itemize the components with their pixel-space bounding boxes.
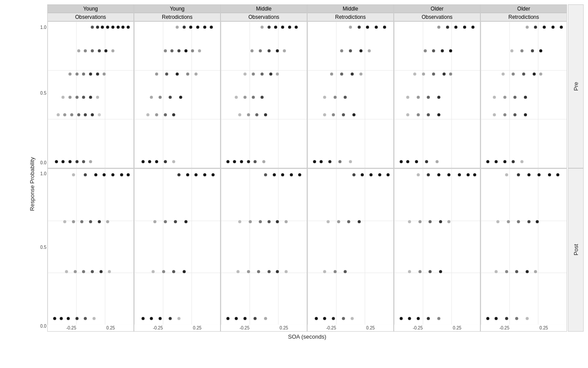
- dot: [493, 96, 496, 99]
- dot: [103, 173, 106, 176]
- dot: [254, 317, 257, 320]
- dot: [458, 173, 461, 176]
- dot: [323, 317, 326, 320]
- dot: [127, 173, 130, 176]
- dot: [543, 26, 546, 29]
- dot: [210, 26, 213, 29]
- dot: [75, 96, 78, 99]
- dot: [68, 73, 71, 76]
- dot: [264, 317, 267, 320]
- chart-container: Response Probability 1.0 0.5 0.0 Young: [0, 0, 588, 368]
- dot: [359, 73, 362, 76]
- dot: [408, 317, 411, 320]
- dot: [152, 270, 155, 273]
- dot: [171, 49, 174, 52]
- header-obs-3: Observations: [221, 13, 307, 21]
- dot: [75, 73, 78, 76]
- dot: [323, 113, 326, 117]
- dot: [267, 270, 270, 273]
- plot-older-ret-pre: [481, 21, 567, 168]
- dot: [413, 73, 416, 76]
- dot: [164, 113, 167, 117]
- dot: [91, 49, 94, 52]
- plot-young-ret-pre: [134, 21, 220, 168]
- x-tick-pos-6: 0.25: [539, 326, 548, 330]
- dot: [226, 160, 229, 163]
- dot: [98, 113, 101, 117]
- panel-young-obs-post: -0.25 0.25: [47, 168, 134, 332]
- dot: [495, 160, 498, 163]
- dot: [82, 73, 85, 76]
- dot: [182, 26, 186, 29]
- dot: [154, 220, 157, 223]
- dot: [525, 26, 528, 29]
- dot: [427, 96, 430, 99]
- dot: [274, 26, 277, 29]
- dot: [517, 220, 520, 223]
- dot: [186, 73, 189, 76]
- dot: [240, 160, 243, 163]
- dot: [68, 160, 71, 163]
- panels-row-post: 1.0 0.5 0.0: [31, 168, 584, 332]
- x-tick-neg-3: -0.25: [239, 326, 249, 330]
- dot: [89, 220, 92, 223]
- dot: [169, 96, 172, 99]
- dot: [510, 49, 513, 52]
- dot: [503, 113, 506, 117]
- dot: [84, 317, 87, 320]
- dot: [463, 26, 466, 29]
- y-tick-0.5-pre: 0.5: [40, 91, 46, 96]
- dot: [101, 26, 104, 29]
- dot: [111, 173, 114, 176]
- dot: [320, 160, 323, 163]
- x-ticks-panel-1: -0.25 0.25: [48, 325, 133, 331]
- row-post: 1.0 0.5 0.0: [31, 168, 584, 332]
- dot: [342, 113, 345, 117]
- dot: [165, 73, 168, 76]
- dot: [276, 220, 279, 223]
- x-tick-neg-4: -0.25: [326, 326, 336, 330]
- row-label-post: Post: [568, 168, 584, 332]
- dot: [179, 96, 182, 99]
- panel-middle-obs-pre: Middle Observations: [220, 4, 307, 168]
- dot: [515, 270, 518, 273]
- dot: [96, 73, 99, 76]
- dot: [243, 73, 246, 76]
- dot: [374, 26, 378, 29]
- dot: [172, 113, 175, 117]
- dot: [436, 160, 439, 163]
- row-label-pre-text: Pre: [573, 82, 579, 91]
- dot: [406, 160, 410, 163]
- dot: [98, 220, 101, 223]
- dot: [273, 173, 276, 176]
- dot: [281, 26, 284, 29]
- dot: [261, 73, 264, 76]
- dot: [455, 26, 458, 29]
- dot: [89, 73, 92, 76]
- dot: [531, 49, 534, 52]
- plot-middle-ret-post: [308, 169, 393, 325]
- dot: [247, 113, 250, 117]
- x-ticks-panel-5: -0.25 0.25: [394, 325, 480, 331]
- dot: [91, 270, 94, 273]
- dot: [150, 317, 153, 320]
- header-young-1: Young: [48, 5, 133, 13]
- dot: [284, 270, 287, 273]
- dot: [155, 73, 158, 76]
- dot: [203, 173, 206, 176]
- dot: [148, 160, 151, 163]
- dot: [162, 270, 165, 273]
- dot: [340, 73, 343, 76]
- dot: [427, 113, 430, 117]
- dot: [525, 317, 528, 320]
- dot: [141, 160, 144, 163]
- dot: [288, 26, 291, 29]
- dot: [65, 270, 68, 273]
- dot: [366, 26, 369, 29]
- grid-wrapper: 1.0 0.5 0.0 Young Observations: [31, 4, 584, 342]
- dot: [99, 270, 102, 273]
- dot: [424, 49, 427, 52]
- dot: [84, 173, 87, 176]
- dot: [495, 270, 498, 273]
- dot: [164, 160, 167, 163]
